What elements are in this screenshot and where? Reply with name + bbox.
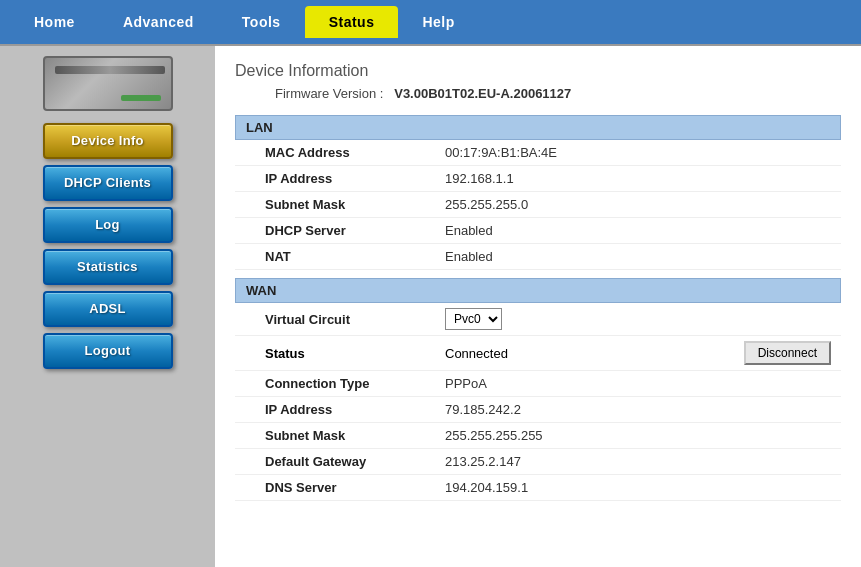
sidebar-btn-adsl[interactable]: ADSL bbox=[43, 291, 173, 327]
sidebar-btn-device-info[interactable]: Device Info bbox=[43, 123, 173, 159]
field-value: 00:17:9A:B1:BA:4E bbox=[435, 140, 841, 166]
sidebar-btn-dhcp-clients[interactable]: DHCP Clients bbox=[43, 165, 173, 201]
field-label: Connection Type bbox=[235, 371, 435, 397]
lan-section-header: LAN bbox=[235, 115, 841, 140]
field-value: 79.185.242.2 bbox=[435, 397, 841, 423]
field-value: Enabled bbox=[435, 244, 841, 270]
field-value: PPPoA bbox=[435, 371, 841, 397]
field-label: MAC Address bbox=[235, 140, 435, 166]
field-value: 192.168.1.1 bbox=[435, 166, 841, 192]
content-area: Device Information Firmware Version : V3… bbox=[215, 46, 861, 567]
field-value: 255.255.255.0 bbox=[435, 192, 841, 218]
table-row: IP Address79.185.242.2 bbox=[235, 397, 841, 423]
sidebar-btn-log[interactable]: Log bbox=[43, 207, 173, 243]
table-row: IP Address192.168.1.1 bbox=[235, 166, 841, 192]
virtual-circuit-select[interactable]: Pvc0Pvc1Pvc2Pvc3Pvc4Pvc5Pvc6Pvc7 bbox=[445, 308, 502, 330]
field-label: NAT bbox=[235, 244, 435, 270]
tab-advanced[interactable]: Advanced bbox=[99, 6, 218, 38]
table-row: DNS Server194.204.159.1 bbox=[235, 475, 841, 501]
firmware-label: Firmware Version : bbox=[275, 86, 383, 101]
table-row: Connection TypePPPoA bbox=[235, 371, 841, 397]
firmware-value: V3.00B01T02.EU-A.20061127 bbox=[394, 86, 571, 101]
wan-status-label: Status bbox=[245, 346, 445, 361]
field-label: DHCP Server bbox=[235, 218, 435, 244]
tab-status[interactable]: Status bbox=[305, 6, 399, 38]
field-value: Enabled bbox=[435, 218, 841, 244]
field-label: Subnet Mask bbox=[235, 192, 435, 218]
disconnect-button[interactable]: Disconnect bbox=[744, 341, 831, 365]
wan-status-row: Status Connected Disconnect bbox=[235, 336, 841, 371]
field-value: 255.255.255.255 bbox=[435, 423, 841, 449]
field-label: Subnet Mask bbox=[235, 423, 435, 449]
field-label: IP Address bbox=[235, 166, 435, 192]
router-image bbox=[43, 56, 173, 111]
wan-status-value: Connected bbox=[445, 346, 744, 361]
virtual-circuit-row: Virtual Circuit Pvc0Pvc1Pvc2Pvc3Pvc4Pvc5… bbox=[235, 303, 841, 336]
wan-table: Connection TypePPPoAIP Address79.185.242… bbox=[235, 371, 841, 501]
field-value: 194.204.159.1 bbox=[435, 475, 841, 501]
table-row: NATEnabled bbox=[235, 244, 841, 270]
wan-section-header: WAN bbox=[235, 278, 841, 303]
page-title: Device Information bbox=[235, 62, 841, 80]
field-value: 213.25.2.147 bbox=[435, 449, 841, 475]
table-row: Subnet Mask255.255.255.0 bbox=[235, 192, 841, 218]
lan-table: MAC Address00:17:9A:B1:BA:4EIP Address19… bbox=[235, 140, 841, 270]
main-layout: Device Info DHCP Clients Log Statistics … bbox=[0, 46, 861, 567]
top-navigation: Home Advanced Tools Status Help bbox=[0, 0, 861, 46]
field-label: DNS Server bbox=[235, 475, 435, 501]
table-row: DHCP ServerEnabled bbox=[235, 218, 841, 244]
sidebar-btn-statistics[interactable]: Statistics bbox=[43, 249, 173, 285]
field-label: IP Address bbox=[235, 397, 435, 423]
tab-home[interactable]: Home bbox=[10, 6, 99, 38]
tab-help[interactable]: Help bbox=[398, 6, 478, 38]
field-label: Default Gateway bbox=[235, 449, 435, 475]
sidebar-btn-logout[interactable]: Logout bbox=[43, 333, 173, 369]
table-row: MAC Address00:17:9A:B1:BA:4E bbox=[235, 140, 841, 166]
sidebar: Device Info DHCP Clients Log Statistics … bbox=[0, 46, 215, 567]
tab-tools[interactable]: Tools bbox=[218, 6, 305, 38]
table-row: Default Gateway213.25.2.147 bbox=[235, 449, 841, 475]
table-row: Subnet Mask255.255.255.255 bbox=[235, 423, 841, 449]
virtual-circuit-label: Virtual Circuit bbox=[245, 312, 445, 327]
firmware-row: Firmware Version : V3.00B01T02.EU-A.2006… bbox=[235, 86, 841, 101]
